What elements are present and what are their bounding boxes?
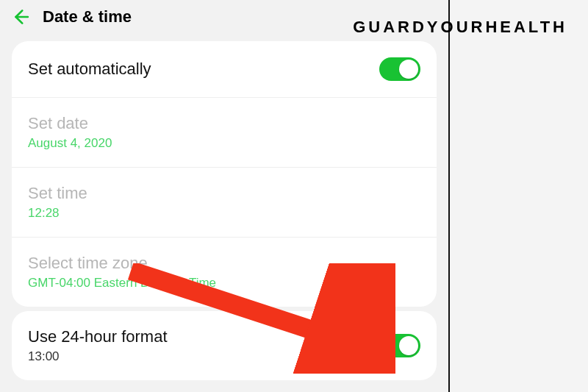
settings-screen: Date & time Set automatically Set date A… (0, 0, 450, 392)
card-date-time: Set automatically Set date August 4, 202… (12, 41, 437, 307)
page-title: Date & time (43, 7, 132, 26)
watermark-text: GUARDYOURHEALTH (353, 18, 567, 37)
card-24hour: Use 24-hour format 13:00 (12, 311, 437, 380)
row-set-date[interactable]: Set date August 4, 2020 (12, 97, 437, 167)
set-time-label: Set time (28, 184, 87, 203)
row-set-time[interactable]: Set time 12:28 (12, 167, 437, 237)
back-arrow-icon[interactable] (10, 7, 29, 26)
row-set-automatically[interactable]: Set automatically (12, 41, 437, 97)
24hour-toggle[interactable] (379, 334, 420, 357)
24hour-label: Use 24-hour format (28, 327, 168, 346)
set-automatically-toggle[interactable] (379, 57, 420, 81)
set-automatically-label: Set automatically (28, 60, 151, 79)
set-date-value: August 4, 2020 (28, 136, 112, 151)
24hour-value: 13:00 (28, 349, 168, 364)
row-select-timezone[interactable]: Select time zone GMT-04:00 Eastern Dayli… (12, 237, 437, 307)
row-24hour-format[interactable]: Use 24-hour format 13:00 (12, 311, 437, 380)
select-timezone-label: Select time zone (28, 254, 216, 273)
set-time-value: 12:28 (28, 206, 87, 221)
set-date-label: Set date (28, 114, 112, 133)
select-timezone-value: GMT-04:00 Eastern Daylight Time (28, 276, 216, 291)
